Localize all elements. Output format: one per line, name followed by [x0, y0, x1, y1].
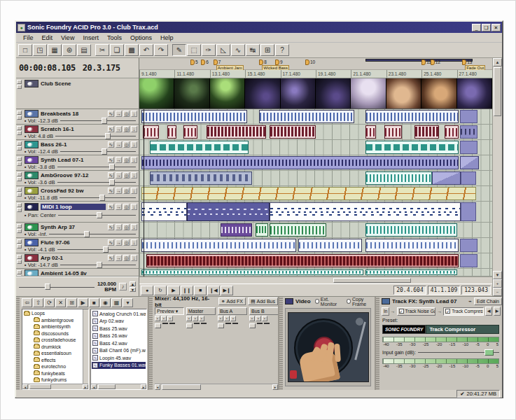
audio-clip[interactable]: [365, 172, 433, 185]
channel-label[interactable]: Master: [186, 307, 216, 315]
file-item[interactable]: ∿Ball Chant 06 (mF).wav: [92, 347, 146, 355]
volume-slider[interactable]: [60, 262, 136, 268]
file-item[interactable]: ∿Bass 25.wav: [92, 325, 146, 332]
bus-assign-icon[interactable]: →: [116, 188, 122, 194]
note-icon[interactable]: ∿: [108, 224, 114, 230]
track-min-button[interactable]: [17, 172, 22, 176]
audio-clip[interactable]: [256, 223, 268, 237]
track-header[interactable]: AmbGroove 97-12∿→◎↓▪ Vol: -3.6 dB: [16, 171, 139, 186]
channel-fader[interactable]: [218, 323, 224, 324]
vertical-scrollbar[interactable]: ▲ ▼ + −: [492, 58, 502, 296]
tree-folder[interactable]: discosounds: [24, 330, 87, 337]
audio-clip[interactable]: [141, 187, 477, 200]
track-header[interactable]: Scratch 16-1∿→◎↓▪ Vol: 4.8 dB: [16, 125, 139, 140]
audio-clip[interactable]: [143, 125, 159, 139]
audio-clip[interactable]: [461, 172, 477, 185]
file-item[interactable]: ∿Bass 26.wav: [92, 332, 146, 340]
timeline-row[interactable]: [139, 238, 492, 253]
bus-assign-icon[interactable]: →: [116, 126, 122, 132]
bus-assign-icon[interactable]: →: [116, 157, 122, 163]
track-header[interactable]: Arp 02-1∿→◎↓▪ Vol: -14.7 dB: [16, 253, 139, 269]
stop-button[interactable]: ■: [194, 286, 207, 295]
track-header[interactable]: Bass 26-1∿→◎↓▪ Vol: -12.4 dB: [16, 140, 139, 155]
audio-clip[interactable]: [259, 110, 354, 123]
note-icon[interactable]: ∿: [108, 255, 114, 261]
refresh-icon[interactable]: ⟳: [44, 298, 55, 307]
file-item[interactable]: ∿Loopin 45.wav: [92, 354, 146, 362]
marker-flag[interactable]: [259, 59, 263, 65]
save-icon[interactable]: ▦: [48, 44, 62, 56]
track-min-button[interactable]: [17, 111, 22, 115]
playback-cursor[interactable]: [144, 109, 144, 276]
file-item-selected[interactable]: ∿Funky Basses 01.wav: [92, 362, 146, 370]
menu-edit[interactable]: Edit: [38, 34, 57, 41]
fx-icon[interactable]: •: [167, 316, 173, 321]
audio-clip[interactable]: [365, 223, 457, 237]
audio-clip[interactable]: [365, 141, 459, 154]
note-icon[interactable]: ∿: [108, 157, 114, 163]
loop-play-button[interactable]: ↻: [154, 286, 167, 295]
note-icon[interactable]: ∿: [108, 204, 114, 210]
menu-help[interactable]: Help: [156, 34, 178, 41]
tree-folder[interactable]: funkydrums: [24, 377, 87, 384]
scroll-thumb[interactable]: [494, 67, 501, 116]
marker-flag[interactable]: [214, 59, 218, 65]
record-arm-icon[interactable]: ◎: [123, 126, 130, 132]
audio-clip[interactable]: [141, 270, 364, 275]
marker-flag[interactable]: [421, 59, 426, 65]
audio-clip[interactable]: [270, 202, 460, 221]
audio-clip[interactable]: [461, 202, 477, 221]
back-icon[interactable]: ⇦: [22, 298, 32, 307]
note-icon[interactable]: ∿: [108, 239, 114, 246]
draw-tool-icon[interactable]: ✎: [172, 44, 186, 56]
timeline-row[interactable]: [139, 140, 492, 155]
tempo-spinner[interactable]: ▲▼: [130, 281, 136, 292]
bus-assign-icon[interactable]: →: [116, 239, 122, 246]
ext-monitor-radio[interactable]: Ext. Monitor: [315, 297, 342, 307]
tree-scrollbar[interactable]: [83, 309, 88, 384]
menu-file[interactable]: File: [19, 34, 38, 41]
delete-icon[interactable]: ✕: [55, 298, 66, 307]
tree-folder[interactable]: ambientsynth: [24, 323, 87, 330]
note-icon[interactable]: ∿: [108, 172, 114, 178]
paint-track-icon[interactable]: [25, 172, 39, 179]
channel-label[interactable]: Bus A: [218, 307, 247, 315]
solo-icon[interactable]: •: [193, 316, 198, 321]
file-item[interactable]: ∿Bass 42.wav: [92, 340, 146, 347]
track-max-button[interactable]: [17, 229, 22, 233]
selection-tool-icon[interactable]: ⬚: [187, 44, 201, 56]
audio-clip[interactable]: [460, 239, 477, 252]
track-max-button[interactable]: [17, 115, 22, 120]
marker-flag[interactable]: [462, 59, 466, 65]
audio-clip[interactable]: [270, 125, 316, 139]
audio-clip[interactable]: [445, 125, 459, 139]
channel-fader[interactable]: [186, 323, 193, 324]
add-fx-button[interactable]: ⚭ Add FX: [218, 298, 246, 305]
marker-bar[interactable]: 567Ambient Jam8Wicked Bass910111213Fade …: [139, 58, 492, 70]
go-to-start-button[interactable]: ❙◀: [207, 286, 220, 295]
slider-thumb[interactable]: [103, 246, 109, 253]
menu-options[interactable]: Options: [126, 34, 156, 41]
audio-clip[interactable]: [183, 125, 197, 139]
fader-thumb[interactable]: [186, 323, 193, 328]
volume-slider[interactable]: [57, 164, 136, 170]
marker-flag[interactable]: [201, 59, 205, 65]
audio-clip[interactable]: [270, 223, 326, 237]
mute-icon[interactable]: •: [155, 316, 160, 321]
file-item[interactable]: ∿Arp 02.wav: [92, 318, 146, 326]
file-list[interactable]: ∿Analog Crunch 01.wav∿Arp 02.wav∿Bass 25…: [90, 309, 147, 390]
tree-folder[interactable]: crossfadehouse: [24, 337, 87, 344]
track-min-button[interactable]: [17, 270, 22, 274]
tree-folder[interactable]: drumkick: [24, 344, 87, 351]
record-arm-icon[interactable]: ◎: [123, 172, 130, 178]
timeline-row[interactable]: [139, 202, 492, 223]
bus-assign-icon[interactable]: →: [116, 204, 122, 210]
scroll-down-icon[interactable]: ▼: [493, 271, 502, 279]
copy-frame-radio[interactable]: Copy Frame: [347, 297, 375, 307]
snap-icon[interactable]: ⊞: [260, 44, 274, 56]
channel-label[interactable]: Bus B: [249, 307, 278, 315]
timeline-row[interactable]: [139, 155, 492, 171]
pause-button[interactable]: ❙❙: [181, 286, 193, 295]
track-max-button[interactable]: [17, 131, 22, 135]
pan-slider[interactable]: [58, 212, 136, 218]
